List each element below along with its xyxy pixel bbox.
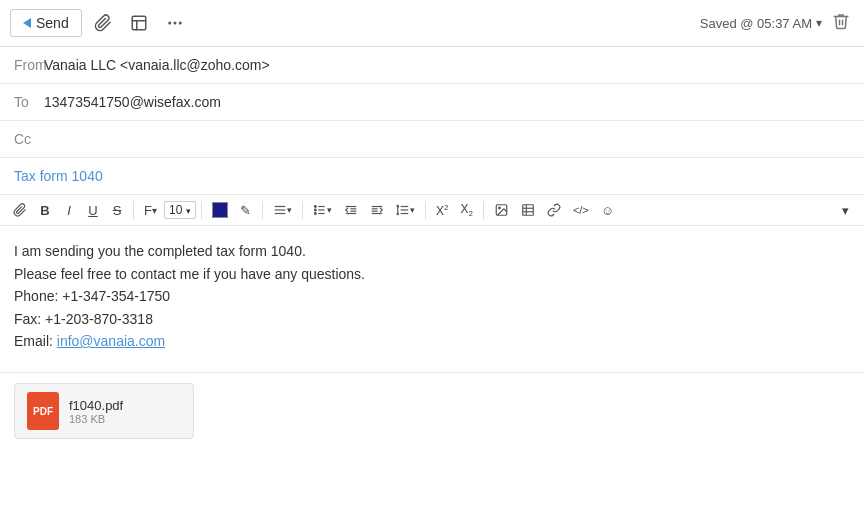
svg-point-11 [314, 209, 316, 211]
code-label: </> [573, 204, 589, 216]
outdent-button[interactable] [339, 200, 363, 220]
image-button[interactable] [489, 200, 514, 220]
attach-button[interactable] [88, 10, 118, 36]
separator-3 [262, 201, 263, 219]
main-toolbar: Send Saved @ 05:37 AM ▾ [0, 0, 864, 47]
body-line2: Please feel free to contact me if you ha… [14, 263, 850, 285]
cc-field[interactable]: Cc [0, 121, 864, 158]
line-spacing-icon [396, 203, 410, 217]
from-value: Vanaia LLC <vanaia.llc@zoho.com> [44, 57, 850, 73]
subscript-label: X2 [460, 202, 472, 218]
more-options-button[interactable] [160, 10, 190, 36]
insert-button[interactable] [124, 10, 154, 36]
attachment-filename: f1040.pdf [69, 398, 123, 413]
align-arrow: ▾ [287, 205, 292, 215]
format-more-label: ▾ [842, 203, 849, 218]
list-icon [313, 203, 327, 217]
svg-point-1 [168, 22, 171, 25]
separator-6 [483, 201, 484, 219]
link-icon [547, 203, 561, 217]
indent-icon [370, 203, 384, 217]
send-button[interactable]: Send [10, 9, 82, 37]
email-body[interactable]: I am sending you the completed tax form … [0, 226, 864, 362]
delete-draft-button[interactable] [828, 8, 854, 38]
attachment-area: PDF f1040.pdf 183 KB [0, 372, 864, 449]
outdent-icon [344, 203, 358, 217]
attachment-info: f1040.pdf 183 KB [69, 398, 123, 425]
send-label: Send [36, 15, 69, 31]
pdf-icon-label: PDF [33, 406, 53, 417]
attachment-size: 183 KB [69, 413, 123, 425]
svg-point-12 [314, 213, 316, 215]
bold-button[interactable]: B [34, 200, 56, 221]
separator-5 [425, 201, 426, 219]
font-family-button[interactable]: F ▾ [139, 200, 162, 221]
subject-field[interactable]: Tax form 1040 [0, 158, 864, 195]
table-button[interactable] [516, 200, 540, 220]
emoji-button[interactable]: ☺ [596, 200, 619, 221]
separator-2 [201, 201, 202, 219]
table-icon [521, 203, 535, 217]
svg-point-3 [178, 22, 181, 25]
attachment-item[interactable]: PDF f1040.pdf 183 KB [14, 383, 194, 439]
underline-button[interactable]: U [82, 200, 104, 221]
font-size-value: 10 [169, 203, 182, 217]
subscript-button[interactable]: X2 [455, 199, 477, 221]
svg-point-10 [314, 206, 316, 208]
align-button[interactable]: ▾ [268, 200, 297, 220]
list-button[interactable]: ▾ [308, 200, 337, 220]
insert-icon [130, 14, 148, 32]
highlight-button[interactable]: ✎ [235, 200, 257, 221]
from-field: From Vanaia LLC <vanaia.llc@zoho.com> [0, 47, 864, 84]
more-icon [166, 14, 184, 32]
line-spacing-button[interactable]: ▾ [391, 200, 420, 220]
separator-1 [133, 201, 134, 219]
pdf-icon: PDF [27, 392, 59, 430]
body-email-link[interactable]: info@vanaia.com [57, 333, 165, 349]
font-family-arrow: ▾ [152, 205, 157, 216]
font-size-selector[interactable]: 10 ▾ [164, 201, 196, 219]
body-line1: I am sending you the completed tax form … [14, 240, 850, 262]
link-button[interactable] [542, 200, 566, 220]
saved-dropdown-button[interactable]: ▾ [816, 16, 822, 30]
align-icon [273, 203, 287, 217]
body-line3: Phone: +1-347-354-1750 [14, 285, 850, 307]
to-value: 13473541750@wisefax.com [44, 94, 850, 110]
svg-rect-0 [132, 16, 146, 30]
cc-label: Cc [14, 131, 44, 147]
strikethrough-button[interactable]: S [106, 200, 128, 221]
body-line4: Fax: +1-203-870-3318 [14, 308, 850, 330]
line-spacing-arrow: ▾ [410, 205, 415, 215]
indent-button[interactable] [365, 200, 389, 220]
format-attach-icon [13, 203, 27, 217]
pencil-icon: ✎ [240, 203, 251, 218]
list-arrow: ▾ [327, 205, 332, 215]
body-line5: Email: info@vanaia.com [14, 330, 850, 352]
font-family-label: F [144, 203, 152, 218]
body-email-prefix: Email: [14, 333, 57, 349]
text-color-button[interactable] [207, 199, 233, 221]
format-more-button[interactable]: ▾ [834, 200, 856, 221]
format-attach-button[interactable] [8, 200, 32, 220]
from-label: From [14, 57, 44, 73]
superscript-label: X2 [436, 203, 448, 218]
svg-rect-27 [523, 205, 534, 216]
superscript-button[interactable]: X2 [431, 200, 453, 221]
send-icon [23, 18, 31, 28]
emoji-label: ☺ [601, 203, 614, 218]
to-label: To [14, 94, 44, 110]
saved-text: Saved @ 05:37 AM [700, 16, 812, 31]
strikethrough-label: S [113, 203, 122, 218]
italic-button[interactable]: I [58, 200, 80, 221]
code-button[interactable]: </> [568, 201, 594, 219]
svg-point-26 [498, 207, 500, 209]
saved-status: Saved @ 05:37 AM ▾ [700, 16, 822, 31]
to-field[interactable]: To 13473541750@wisefax.com [0, 84, 864, 121]
attach-icon [94, 14, 112, 32]
color-swatch [212, 202, 228, 218]
trash-icon [832, 12, 850, 30]
subject-value: Tax form 1040 [14, 168, 103, 184]
font-size-arrow: ▾ [186, 206, 191, 216]
image-icon [494, 203, 509, 217]
separator-4 [302, 201, 303, 219]
